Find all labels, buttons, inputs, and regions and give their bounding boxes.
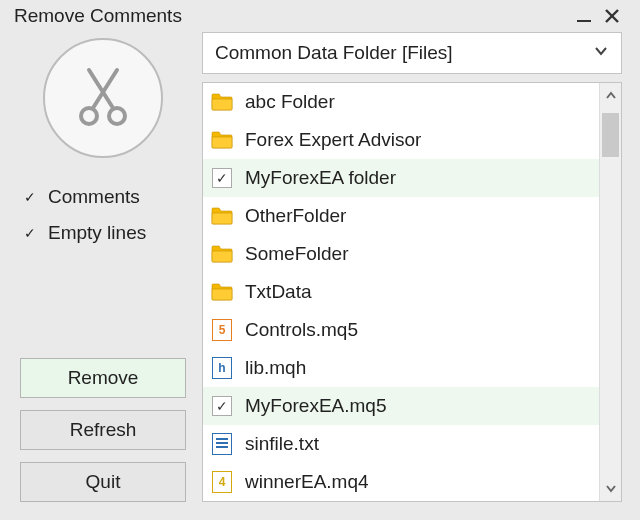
comments-checkbox[interactable]: ✓ Comments (22, 186, 188, 208)
svg-point-7 (101, 90, 104, 93)
txt-file-icon (211, 433, 233, 455)
list-item[interactable]: hlib.mqh (203, 349, 599, 387)
list-item-label: winnerEA.mq4 (245, 471, 369, 493)
scrollbar-track[interactable] (600, 109, 621, 475)
list-item[interactable]: OtherFolder (203, 197, 599, 235)
remove-button[interactable]: Remove (20, 358, 186, 398)
list-item-label: Controls.mq5 (245, 319, 358, 341)
svg-line-3 (89, 70, 113, 108)
list-item-label: TxtData (245, 281, 312, 303)
left-panel: ✓ Comments ✓ Empty lines Remove Refresh … (18, 32, 188, 502)
window: Remove Comments (0, 0, 640, 520)
list-item[interactable]: abc Folder (203, 83, 599, 121)
list-item[interactable]: 5Controls.mq5 (203, 311, 599, 349)
list-item[interactable]: ✓MyForexEA folder (203, 159, 599, 197)
checked-icon: ✓ (211, 167, 233, 189)
list-item[interactable]: ✓MyForexEA.mq5 (203, 387, 599, 425)
scrollbar-thumb[interactable] (602, 113, 619, 157)
list-item[interactable]: TxtData (203, 273, 599, 311)
window-title: Remove Comments (14, 5, 570, 27)
list-item-label: SomeFolder (245, 243, 349, 265)
list-item[interactable]: Forex Expert Advisor (203, 121, 599, 159)
comments-label: Comments (48, 186, 140, 208)
scrollbar[interactable] (599, 83, 621, 501)
folder-icon (211, 243, 233, 265)
checked-icon: ✓ (211, 395, 233, 417)
location-dropdown[interactable]: Common Data Folder [Files] (202, 32, 622, 74)
mq4-file-icon: 4 (211, 471, 233, 493)
chevron-down-icon (593, 42, 609, 64)
list-item-label: Forex Expert Advisor (245, 129, 421, 151)
svg-point-5 (81, 108, 97, 124)
check-icon: ✓ (22, 225, 38, 241)
options-group: ✓ Comments ✓ Empty lines (18, 186, 188, 244)
check-icon: ✓ (22, 189, 38, 205)
refresh-button[interactable]: Refresh (20, 410, 186, 450)
list-item-label: OtherFolder (245, 205, 346, 227)
scroll-up-button[interactable] (600, 83, 621, 109)
list-item-label: lib.mqh (245, 357, 306, 379)
list-item[interactable]: 4winnerEA.mq4 (203, 463, 599, 501)
titlebar: Remove Comments (0, 0, 640, 32)
empty-lines-checkbox[interactable]: ✓ Empty lines (22, 222, 188, 244)
list-item-label: MyForexEA folder (245, 167, 396, 189)
empty-lines-label: Empty lines (48, 222, 146, 244)
list-item-label: abc Folder (245, 91, 335, 113)
folder-icon (211, 129, 233, 151)
list-item[interactable]: sinfile.txt (203, 425, 599, 463)
dialog-body: ✓ Comments ✓ Empty lines Remove Refresh … (0, 32, 640, 520)
folder-icon (211, 281, 233, 303)
folder-icon (211, 205, 233, 227)
buttons-group: Remove Refresh Quit (18, 358, 188, 502)
scissors-icon (43, 38, 163, 158)
list-item-label: MyForexEA.mq5 (245, 395, 386, 417)
quit-button[interactable]: Quit (20, 462, 186, 502)
list-item[interactable]: SomeFolder (203, 235, 599, 273)
scroll-down-button[interactable] (600, 475, 621, 501)
svg-line-4 (93, 70, 117, 108)
svg-point-6 (109, 108, 125, 124)
file-list-viewport[interactable]: abc FolderForex Expert Advisor✓MyForexEA… (203, 83, 599, 501)
file-list: abc FolderForex Expert Advisor✓MyForexEA… (202, 82, 622, 502)
right-panel: Common Data Folder [Files] abc FolderFor… (202, 32, 622, 502)
minimize-button[interactable] (570, 7, 598, 25)
location-value: Common Data Folder [Files] (215, 42, 593, 64)
mq5-file-icon: 5 (211, 319, 233, 341)
mqh-file-icon: h (211, 357, 233, 379)
folder-icon (211, 91, 233, 113)
close-button[interactable] (598, 7, 626, 25)
list-item-label: sinfile.txt (245, 433, 319, 455)
